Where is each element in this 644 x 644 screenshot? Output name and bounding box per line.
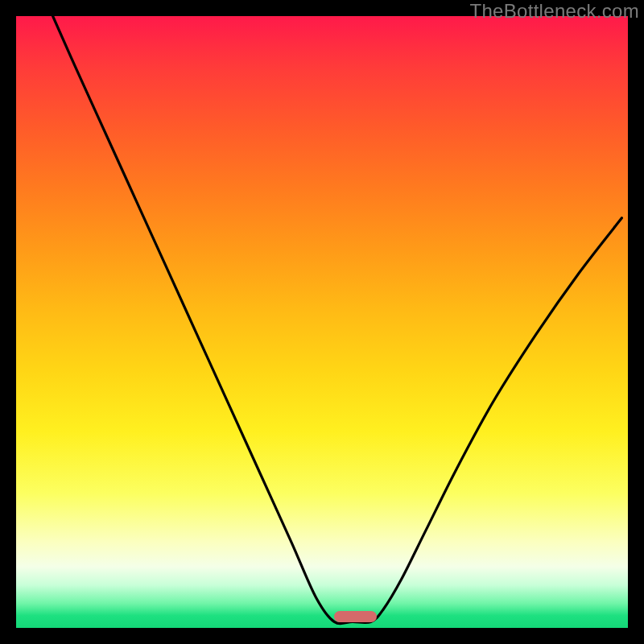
bottleneck-curve (53, 16, 622, 624)
plot-area (16, 16, 628, 628)
curve-layer (16, 16, 628, 628)
optimal-marker (334, 611, 377, 622)
watermark-text: TheBottleneck.com (469, 0, 639, 23)
chart-frame: TheBottleneck.com (0, 0, 644, 644)
